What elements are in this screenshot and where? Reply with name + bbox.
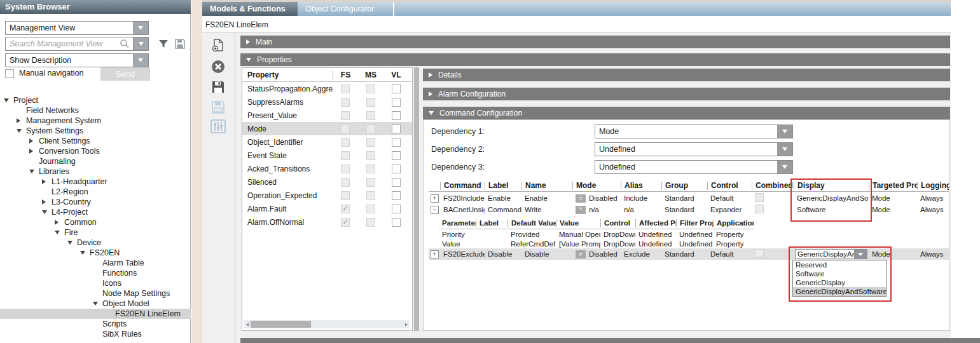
property-row[interactable]: SuppressAlarms	[242, 95, 412, 109]
horizontal-scrollbar[interactable]	[244, 320, 410, 328]
chevron-down-icon[interactable]	[777, 161, 792, 173]
property-row[interactable]: Present_Value	[242, 109, 412, 122]
expand-icon[interactable]	[29, 136, 39, 146]
chevron-down-icon[interactable]	[133, 22, 148, 34]
expand-icon[interactable]	[55, 227, 64, 238]
checkbox-ms[interactable]	[366, 84, 375, 93]
scroll-right-icon[interactable]	[403, 320, 410, 328]
tree-item[interactable]: Journaling	[0, 156, 191, 166]
checkbox-vl[interactable]	[392, 84, 401, 93]
property-row[interactable]: Alarm.OffNormal	[242, 215, 412, 229]
scroll-left-icon[interactable]	[244, 320, 251, 328]
expand-icon[interactable]	[4, 95, 13, 105]
dropdown-option[interactable]: GenericDisplay	[793, 278, 886, 287]
tree-item[interactable]: Device	[0, 238, 191, 248]
checkbox-vl[interactable]	[392, 165, 401, 173]
expand-icon[interactable]	[17, 126, 26, 136]
collapse-icon[interactable]: −	[431, 206, 439, 214]
chevron-down-icon[interactable]	[133, 54, 148, 67]
dropdown-option[interactable]: Reserved	[793, 260, 886, 269]
expand-icon[interactable]: +	[431, 250, 439, 259]
checkbox-fs[interactable]	[341, 84, 350, 93]
checkbox-vl[interactable]	[392, 151, 401, 160]
property-row[interactable]: Operation_Expected	[242, 189, 412, 202]
section-properties[interactable]: Properties	[240, 53, 950, 66]
checkbox-fs[interactable]	[341, 191, 350, 200]
checkbox-fs[interactable]	[341, 111, 350, 120]
tree-item[interactable]: L3-Country	[0, 197, 191, 207]
section-alarm-configuration[interactable]: Alarm Configuration	[423, 88, 950, 100]
dropdown-option-highlighted[interactable]: GenericDisplayAndSoftware	[793, 287, 886, 296]
property-row[interactable]: Object_Identifier	[242, 135, 412, 149]
checkbox-ms[interactable]	[366, 191, 375, 200]
property-row-selected[interactable]: Mode	[242, 122, 412, 135]
checkbox-vl[interactable]	[392, 205, 401, 213]
tree-item[interactable]: Conversion Tools	[0, 146, 191, 156]
display-combobox[interactable]: GenericDisplayAndSoftware	[795, 249, 867, 259]
checkbox-ms[interactable]	[366, 138, 375, 147]
property-row[interactable]: Silenced	[242, 175, 412, 189]
view-selector[interactable]: Management View	[5, 21, 149, 35]
tree-item[interactable]: Object Model	[0, 299, 191, 309]
checkbox-fs[interactable]	[341, 138, 350, 147]
bottom-section-bar[interactable]	[240, 338, 980, 343]
tree-item[interactable]: Scripts	[0, 319, 191, 329]
property-row[interactable]: Event State	[242, 149, 412, 162]
scrollbar-thumb[interactable]	[251, 321, 311, 328]
checkbox-ms[interactable]	[366, 205, 375, 213]
tree-item[interactable]: Field Networks	[0, 105, 191, 116]
expand-icon[interactable]	[93, 299, 102, 309]
search-dropdown-button[interactable]	[133, 37, 149, 51]
tree-item[interactable]: Common	[0, 217, 191, 227]
tree-item[interactable]: Fire	[0, 227, 191, 238]
cancel-button[interactable]	[210, 58, 226, 75]
panel-splitter[interactable]	[191, 0, 202, 343]
command-row[interactable]: + FS20Include Enable Enable =Disabled In…	[429, 192, 949, 204]
dependency-1-select[interactable]: Mode	[595, 124, 793, 138]
checkbox-fs-checked[interactable]	[341, 205, 350, 213]
section-main[interactable]: Main	[240, 36, 950, 48]
tree-item[interactable]: Client Settings	[0, 136, 191, 146]
command-row[interactable]: − BACnetUnsigned Command Write *n/a n/a …	[429, 204, 949, 215]
checkbox-fs[interactable]	[341, 165, 350, 173]
expand-icon[interactable]	[42, 177, 52, 187]
search-input[interactable]	[5, 37, 134, 51]
checkbox-ms[interactable]	[366, 151, 375, 160]
tree-item-selected[interactable]: FS20EN LineElem	[0, 309, 191, 319]
tree-item[interactable]: L2-Region	[0, 187, 191, 197]
expand-icon[interactable]	[17, 116, 26, 126]
chevron-down-icon[interactable]	[777, 125, 792, 138]
command-row-selected[interactable]: + FS20Exclude Disable Disable ≠Disabled …	[429, 248, 949, 260]
checkbox-fs[interactable]	[341, 124, 350, 133]
checkbox-vl[interactable]	[392, 138, 401, 147]
properties-splitter[interactable]	[414, 67, 419, 331]
checkbox-ms[interactable]	[366, 218, 375, 227]
save-button[interactable]	[210, 79, 226, 95]
tree-item[interactable]: Icons	[0, 278, 191, 288]
expand-icon[interactable]	[67, 238, 77, 248]
parameter-row[interactable]: Value ReferCmdDef [Value Prompted DropDo…	[439, 239, 754, 248]
tree-item[interactable]: FS20EN	[0, 248, 191, 258]
combined-checkbox[interactable]	[755, 193, 764, 202]
send-button[interactable]: Send	[100, 67, 150, 81]
tree-item[interactable]: Libraries	[0, 166, 191, 177]
filter-settings-button[interactable]	[210, 118, 226, 135]
expand-icon[interactable]	[29, 166, 39, 177]
checkbox-ms[interactable]	[366, 98, 375, 107]
section-command-configuration[interactable]: Command Configuration	[423, 107, 950, 119]
dropdown-option[interactable]: Software	[793, 269, 886, 278]
expand-icon[interactable]	[55, 217, 64, 227]
checkbox-vl[interactable]	[392, 98, 401, 107]
description-selector[interactable]: Show Description	[5, 53, 149, 67]
checkbox-vl[interactable]	[392, 218, 401, 227]
checkbox-fs[interactable]	[341, 151, 350, 160]
tree-item[interactable]: L4-Project	[0, 207, 191, 217]
tree-item[interactable]: Alarm Table	[0, 258, 191, 268]
tree-item[interactable]: Management System	[0, 116, 191, 126]
chevron-down-icon[interactable]	[777, 143, 792, 156]
save-filter-icon[interactable]	[174, 38, 186, 50]
checkbox-ms[interactable]	[366, 111, 375, 120]
section-details[interactable]: Details	[423, 69, 950, 81]
save-as-button[interactable]	[210, 99, 226, 116]
checkbox-vl[interactable]	[392, 191, 401, 200]
